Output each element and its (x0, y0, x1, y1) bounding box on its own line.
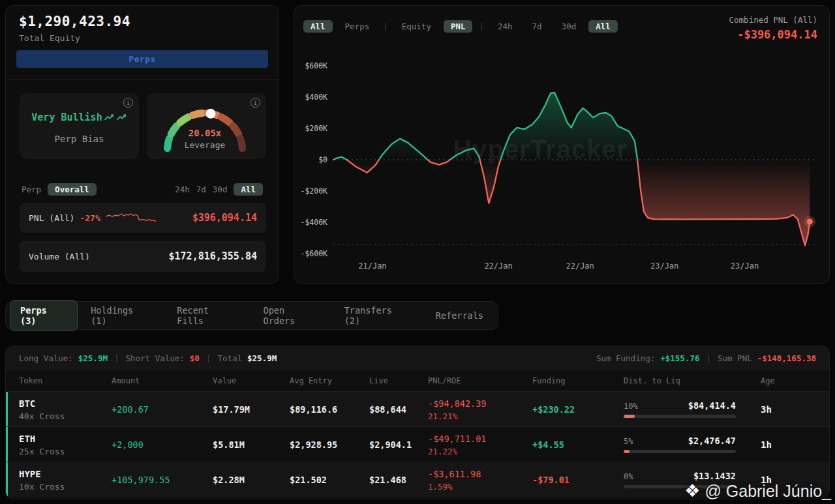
range-tab-all[interactable]: All (234, 183, 263, 196)
trend-up-icon (104, 113, 115, 121)
trend-up-icon (116, 113, 127, 121)
pnl-sparkline (106, 211, 171, 225)
diamond-logo-icon (684, 481, 700, 501)
age-cell: 3h (761, 404, 829, 415)
range-tab-7d[interactable]: 7d (196, 185, 206, 194)
tab-recent-fills[interactable]: Recent Fills (166, 300, 250, 331)
leverage-value: 20.05x (189, 128, 222, 138)
credit-handle: @ Gabriel Júnio_ (705, 482, 831, 501)
section-tabbar: Perps (3) Holdings (1) Recent Fills Open… (5, 301, 498, 330)
token-symbol: ETH (19, 434, 35, 444)
separator: | (205, 353, 213, 363)
funding-cell: +$4.55 (532, 439, 624, 450)
svg-text:23/Jan: 23/Jan (731, 261, 759, 271)
col-live: Live (369, 376, 428, 385)
svg-text:$0: $0 (318, 155, 327, 164)
tab-referrals[interactable]: Referrals (425, 305, 494, 326)
pnl-area-chart[interactable]: $600K$400K$200K$0-$200K-$400K-$600K21/Ja… (297, 52, 825, 273)
filter-30d[interactable]: 30d (554, 20, 584, 33)
dist-to-liq-cell: 5%$2,476.47 (624, 436, 736, 453)
filter-7d[interactable]: 7d (525, 20, 549, 33)
perp-bias-label: Perp Bias (20, 134, 139, 144)
scope-tab-perp[interactable]: Perp (22, 185, 41, 194)
dist-value: $84,414.4 (688, 400, 736, 411)
filter-pnl[interactable]: PNL (444, 20, 473, 33)
amount-cell: +2,000 (112, 439, 213, 450)
svg-text:22/Jan: 22/Jan (566, 261, 594, 271)
sum-funding-label: Sum Funding: (596, 353, 655, 363)
filter-all-range[interactable]: All (588, 20, 618, 33)
long-value-label: Long Value: (19, 353, 73, 363)
credit-watermark: @ Gabriel Júnio_ (684, 481, 831, 501)
live-cell: $2,904.1 (369, 439, 428, 450)
scope-tab-overall[interactable]: Overall (48, 183, 97, 196)
pnl-all-label: PNL (All) (29, 213, 74, 223)
col-pnl-roe: PNL/ROE (428, 376, 532, 385)
dist-percent: 5% (624, 437, 633, 446)
tab-holdings[interactable]: Holdings (1) (80, 300, 164, 331)
perp-bias-value: Very Bullish (31, 111, 102, 123)
pnl-all-row: PNL (All) -27% $396,094.14 (20, 203, 266, 233)
volume-all-label: Volume (All) (29, 252, 90, 261)
positions-summary: Long Value: $25.9M | Short Value: $0 | T… (6, 346, 829, 370)
separator: | (478, 22, 485, 31)
svg-text:-$600K: -$600K (300, 249, 327, 258)
leverage-gauge: 20.05x Leverage (153, 96, 256, 157)
combined-pnl-label: Combined PNL (All) (729, 15, 817, 25)
filter-perps[interactable]: Perps (338, 20, 377, 33)
positions-panel: Long Value: $25.9M | Short Value: $0 | T… (5, 346, 830, 499)
tab-transfers[interactable]: Transfers (2) (334, 300, 423, 331)
leverage-card: 20.05x Leverage (147, 93, 266, 159)
svg-text:$400K: $400K (305, 93, 327, 102)
pnl-all-percent: -27% (80, 213, 100, 223)
token-symbol: BTC (19, 398, 35, 409)
separator: | (705, 353, 712, 363)
table-row[interactable]: ETH25x Cross +2,000 $5.81M $2,928.95 $2,… (6, 426, 829, 462)
svg-text:-$200K: -$200K (300, 186, 327, 196)
dist-to-liq-cell: 10%$84,414.4 (624, 400, 736, 418)
info-icon[interactable] (123, 98, 133, 108)
range-tab-24h[interactable]: 24h (175, 185, 190, 194)
filter-all-accounts[interactable]: All (303, 20, 333, 33)
sum-funding-value: +$155.76 (660, 353, 699, 363)
amount-cell: +200.67 (112, 404, 213, 415)
value-cell: $17.79M (213, 404, 290, 415)
dist-value: $13.1432 (693, 471, 736, 481)
table-row[interactable]: BTC40x Cross +200.67 $17.79M $89,116.6 $… (6, 391, 829, 426)
long-value: $25.9M (78, 353, 108, 363)
svg-text:23/Jan: 23/Jan (650, 261, 678, 271)
col-amount: Amount (112, 376, 213, 385)
short-value-label: Short Value: (125, 353, 184, 363)
token-leverage: 10x Cross (19, 482, 65, 492)
value-cell: $2.28M (213, 475, 290, 485)
table-header: Token Amount Value Avg Entry Live PNL/RO… (6, 370, 829, 391)
pnl-cell: -$3,611.98 (428, 469, 481, 479)
token-leverage: 25x Cross (19, 447, 65, 456)
pnl-cell: -$94,842.39 (428, 398, 486, 409)
col-value: Value (213, 376, 290, 385)
funding-cell: +$230.22 (532, 404, 624, 415)
value-cell: $5.81M (213, 439, 290, 450)
leverage-label: Leverage (185, 140, 226, 150)
divider (6, 79, 279, 80)
perps-button[interactable]: Perps (16, 50, 268, 68)
live-cell: $88,644 (369, 404, 428, 415)
tab-open-orders[interactable]: Open Orders (253, 300, 331, 331)
dashboard-page: $1,290,423.94 Total Equity Perps Very Bu… (0, 0, 835, 504)
filter-24h[interactable]: 24h (491, 20, 520, 33)
tab-perps[interactable]: Perps (3) (10, 300, 78, 331)
avg-entry-cell: $89,116.6 (290, 404, 369, 415)
age-cell: 1h (761, 439, 829, 450)
amount-cell: +105,979.55 (112, 475, 213, 485)
roe-cell: 21.22% (428, 447, 457, 456)
svg-text:-$400K: -$400K (300, 218, 327, 227)
svg-text:21/Jan: 21/Jan (358, 261, 386, 271)
range-tab-30d[interactable]: 30d (213, 185, 228, 194)
roe-cell: 21.21% (428, 411, 457, 421)
col-age: Age (761, 376, 829, 385)
total-equity-label: Total Equity (19, 33, 80, 43)
sum-pnl-label: Sum PNL (718, 353, 752, 363)
dist-progressbar (624, 450, 736, 453)
filter-equity[interactable]: Equity (395, 20, 438, 33)
volume-all-row: Volume (All) $172,816,355.84 (20, 241, 266, 272)
